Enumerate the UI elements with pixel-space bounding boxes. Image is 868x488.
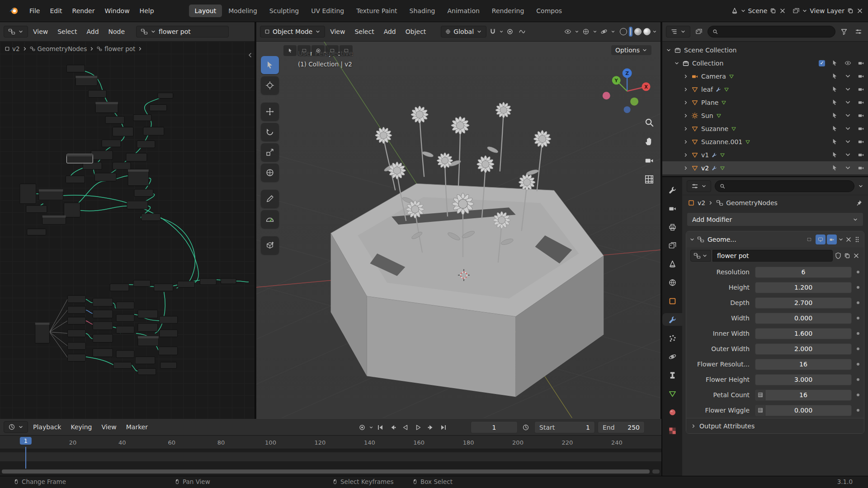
select-tool-button[interactable] bbox=[261, 56, 279, 74]
field-value-slider[interactable]: 2.000 bbox=[755, 343, 852, 355]
timeline-ruler[interactable]: 20406080100120140160180200220240 bbox=[0, 436, 661, 449]
scene-icon[interactable] bbox=[731, 7, 738, 14]
workspace-tab[interactable]: Modeling bbox=[222, 5, 263, 17]
jump-to-end-button[interactable] bbox=[438, 422, 449, 433]
selectable-icon[interactable] bbox=[831, 60, 838, 66]
collection-row[interactable]: Collection ✓ bbox=[662, 56, 868, 70]
chevron-down-icon[interactable] bbox=[689, 237, 695, 242]
outliner-object-row[interactable]: Plane bbox=[662, 96, 868, 109]
overlays-toggle[interactable] bbox=[598, 26, 610, 38]
view-layer-name[interactable]: View Layer bbox=[810, 7, 844, 14]
lasso-select-button[interactable] bbox=[326, 45, 339, 56]
camera-view-icon[interactable] bbox=[644, 155, 654, 165]
field-value-slider[interactable]: 3.000 bbox=[755, 374, 852, 385]
selectable-icon[interactable] bbox=[831, 99, 838, 106]
expand-icon[interactable] bbox=[683, 152, 689, 158]
outliner-object-row[interactable]: v2 bbox=[662, 161, 868, 174]
breadcrumb-item[interactable]: v2 bbox=[5, 45, 28, 52]
tab-tool[interactable] bbox=[662, 183, 682, 196]
breadcrumb-object[interactable]: v2 bbox=[698, 199, 705, 206]
disable-render-icon[interactable] bbox=[858, 99, 864, 106]
disable-render-icon[interactable] bbox=[858, 112, 864, 119]
field-value-slider[interactable]: 16 bbox=[755, 359, 852, 370]
editor-type-button[interactable] bbox=[4, 26, 28, 38]
node-editor-menu[interactable]: Node bbox=[104, 28, 130, 35]
timeline-menu[interactable]: Keying bbox=[66, 423, 96, 431]
hide-viewport-icon[interactable] bbox=[844, 73, 851, 80]
box-select-button[interactable] bbox=[297, 45, 311, 56]
timeline-menu[interactable]: Playback bbox=[28, 423, 66, 431]
menu-item[interactable]: Window bbox=[99, 0, 134, 22]
chevron-down-icon[interactable] bbox=[593, 29, 597, 34]
field-value-slider[interactable]: 6 bbox=[755, 267, 852, 278]
output-attributes-panel[interactable]: Output Attributes bbox=[686, 418, 864, 433]
render-toggle[interactable] bbox=[827, 235, 837, 244]
input-attribute-toggle-icon[interactable] bbox=[755, 405, 765, 416]
tab-material[interactable] bbox=[662, 406, 682, 418]
breadcrumb-modifier[interactable]: GeometryNodes bbox=[726, 199, 778, 206]
add-cube-tool-button[interactable] bbox=[261, 236, 279, 254]
node-graph[interactable] bbox=[0, 42, 255, 418]
selectable-icon[interactable] bbox=[831, 151, 838, 158]
rotate-tool-button[interactable] bbox=[261, 123, 279, 141]
outliner-object-row[interactable]: v1 bbox=[662, 148, 868, 161]
select-mode-button[interactable] bbox=[340, 45, 353, 56]
filter-icon[interactable] bbox=[838, 26, 850, 38]
tab-modifiers[interactable] bbox=[662, 313, 682, 326]
start-frame-field[interactable]: Start 1 bbox=[534, 421, 595, 433]
solid-shading-button[interactable] bbox=[629, 27, 632, 37]
modifier-header[interactable]: Geome... bbox=[686, 231, 864, 247]
display-mode-icon[interactable] bbox=[693, 26, 705, 38]
node-editor-menu[interactable]: View bbox=[28, 28, 52, 35]
chevron-down-icon[interactable] bbox=[611, 29, 615, 34]
hide-viewport-icon[interactable] bbox=[844, 60, 851, 66]
circle-select-button[interactable] bbox=[311, 45, 325, 56]
viewport-canvas-area[interactable]: Z Y X User Perspective (1) Collection | … bbox=[256, 42, 660, 419]
preview-range-button[interactable] bbox=[520, 422, 532, 433]
chevron-down-icon[interactable] bbox=[499, 29, 504, 34]
rendered-shading-button[interactable] bbox=[643, 28, 651, 35]
animate-dot[interactable] bbox=[857, 271, 859, 273]
tab-render[interactable] bbox=[662, 202, 682, 215]
options-dropdown[interactable]: Options bbox=[611, 45, 651, 55]
gizmo-neg-y[interactable] bbox=[630, 98, 638, 106]
chevron-down-icon[interactable] bbox=[369, 425, 373, 430]
auto-keying-button[interactable] bbox=[356, 422, 368, 433]
node-tree-name-field[interactable]: flower pot bbox=[712, 250, 833, 262]
expand-icon[interactable] bbox=[683, 165, 689, 171]
unlink-icon[interactable] bbox=[853, 252, 860, 259]
hide-viewport-icon[interactable] bbox=[844, 125, 851, 132]
animate-dot[interactable] bbox=[857, 317, 859, 319]
field-value-slider[interactable]: 2.700 bbox=[755, 297, 852, 309]
hide-viewport-icon[interactable] bbox=[844, 164, 851, 171]
copy-icon[interactable] bbox=[844, 252, 851, 259]
new-view-layer-icon[interactable] bbox=[847, 7, 854, 14]
animate-dot[interactable] bbox=[857, 347, 859, 350]
input-attribute-toggle-icon[interactable] bbox=[755, 390, 765, 400]
blender-logo-icon[interactable] bbox=[7, 6, 21, 16]
expand-icon[interactable] bbox=[683, 87, 689, 92]
move-tool-button[interactable] bbox=[261, 103, 279, 121]
workspace-tab[interactable]: Shading bbox=[404, 5, 441, 17]
fake-user-icon[interactable] bbox=[835, 252, 842, 259]
add-modifier-button[interactable]: Add Modifier bbox=[687, 212, 863, 226]
tab-view-layer[interactable] bbox=[662, 239, 682, 252]
node-tree-selector[interactable]: flower pot bbox=[136, 26, 229, 38]
tab-output[interactable] bbox=[662, 221, 682, 233]
animate-dot[interactable] bbox=[857, 363, 859, 366]
gizmo-neg-z[interactable] bbox=[624, 106, 631, 113]
transform-tool-button[interactable] bbox=[261, 164, 279, 182]
end-frame-field[interactable]: End 250 bbox=[598, 421, 645, 433]
selectable-icon[interactable] bbox=[831, 164, 838, 171]
current-frame-field[interactable]: 1 bbox=[471, 421, 518, 433]
viewport-menu[interactable]: Object bbox=[401, 28, 431, 35]
expand-icon[interactable] bbox=[683, 113, 689, 118]
tweak-select-button[interactable] bbox=[283, 45, 297, 56]
timeline-tracks[interactable] bbox=[0, 449, 661, 475]
animate-dot[interactable] bbox=[857, 332, 859, 335]
timeline-menu[interactable]: View bbox=[97, 423, 121, 431]
hide-viewport-icon[interactable] bbox=[844, 151, 851, 158]
timeline-menu[interactable]: Marker bbox=[122, 423, 152, 431]
expand-icon[interactable] bbox=[683, 74, 689, 79]
disable-render-icon[interactable] bbox=[858, 73, 864, 80]
